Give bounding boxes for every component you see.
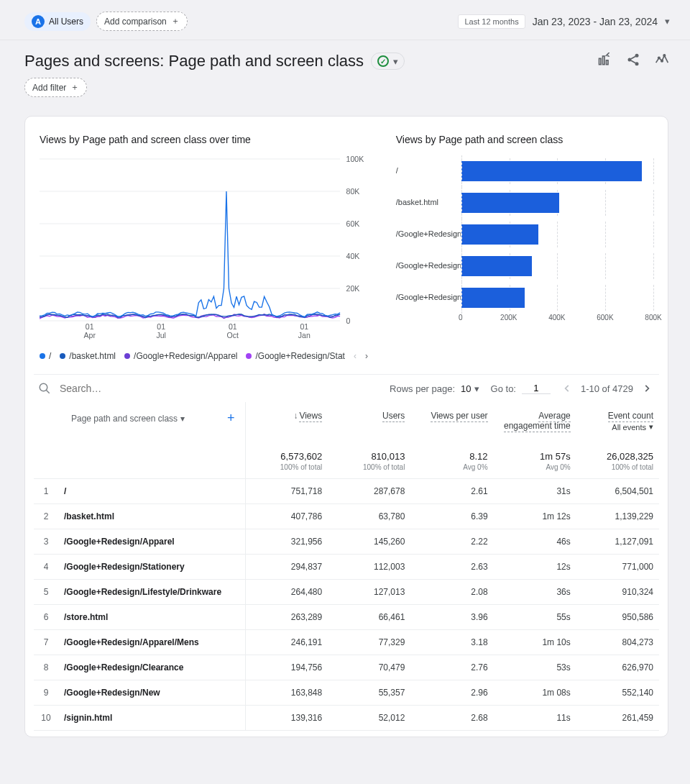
rows-per-page-select[interactable]: 10 ▾ xyxy=(461,383,479,394)
svg-point-6 xyxy=(658,57,661,59)
svg-text:Jul: Jul xyxy=(156,332,166,339)
svg-text:Apr: Apr xyxy=(83,332,96,339)
table-row[interactable]: 7 /Google+Redesign/Apparel/Mens 246,191 … xyxy=(34,629,659,655)
audience-pill[interactable]: A All Users xyxy=(24,12,91,31)
legend-next-icon[interactable]: › xyxy=(365,351,368,361)
table-row[interactable]: 10 /signin.html 139,316 52,012 2.68 11s … xyxy=(34,705,659,730)
row-views-per-user: 3.18 xyxy=(410,629,493,655)
bar-row[interactable]: /Google+Redesign/Apparel xyxy=(396,219,653,250)
row-index: 2 xyxy=(34,503,58,529)
row-path: /Google+Redesign/New xyxy=(58,680,245,705)
total-users: 810,013 xyxy=(328,435,410,463)
customize-report-icon[interactable] xyxy=(597,52,612,68)
bar-axis-tick: 400K xyxy=(548,314,565,322)
search-input[interactable] xyxy=(60,383,203,394)
row-path: / xyxy=(58,478,245,503)
row-event-count: 771,000 xyxy=(576,554,659,579)
search-icon[interactable] xyxy=(38,382,51,395)
row-event-count: 6,504,501 xyxy=(576,478,659,503)
legend-prev-icon[interactable]: ‹ xyxy=(354,351,356,361)
row-path: /Google+Redesign/Apparel/Mens xyxy=(58,629,245,655)
row-avg-engagement: 46s xyxy=(494,529,576,554)
legend-item[interactable]: /basket.html xyxy=(60,351,116,361)
dimension-picker[interactable]: Page path and screen class ▾ xyxy=(71,414,185,424)
bar-row[interactable]: /basket.html xyxy=(396,187,653,219)
table-row[interactable]: 1 / 751,718 287,678 2.61 31s 6,504,501 xyxy=(34,478,659,503)
total-views: 6,573,602 xyxy=(245,435,328,463)
total-ec: 26,028,325 xyxy=(576,435,659,463)
svg-text:Oct: Oct xyxy=(227,332,239,339)
data-table: Page path and screen class ▾ + ↓Views Us… xyxy=(34,402,659,731)
row-users: 70,479 xyxy=(328,655,410,680)
row-index: 4 xyxy=(34,554,58,579)
report-status-pill[interactable]: ✓ ▾ xyxy=(371,53,405,70)
share-icon[interactable] xyxy=(625,52,641,68)
bar-row[interactable]: /Google+Redesign/Lifestyle/… xyxy=(396,282,653,314)
bar-axis-tick: 200K xyxy=(500,314,517,322)
table-row[interactable]: 9 /Google+Redesign/New 163,848 55,357 2.… xyxy=(34,680,659,705)
total-vpu: 8.12 xyxy=(410,435,493,463)
row-event-count: 1,127,091 xyxy=(576,529,659,554)
legend-item[interactable]: /Google+Redesign/Stat xyxy=(246,351,344,361)
row-views: 163,848 xyxy=(245,680,328,705)
table-row[interactable]: 8 /Google+Redesign/Clearance 194,756 70,… xyxy=(34,655,659,680)
row-views: 294,837 xyxy=(245,554,328,579)
insights-icon[interactable] xyxy=(654,52,670,68)
plus-icon: ＋ xyxy=(171,15,180,27)
table-row[interactable]: 5 /Google+Redesign/Lifestyle/Drinkware 2… xyxy=(34,579,659,604)
rows-per-page-label: Rows per page: xyxy=(390,383,455,394)
total-views-sub: 100% of total xyxy=(245,463,328,479)
row-avg-engagement: 31s xyxy=(494,478,576,503)
add-filter-button[interactable]: Add filter ＋ xyxy=(24,78,87,97)
row-views-per-user: 2.68 xyxy=(410,705,493,730)
bar-category-label: /Google+Redesign/Lifestyle/… xyxy=(396,293,461,302)
event-count-selector[interactable]: All events ▾ xyxy=(612,422,653,432)
row-path: /Google+Redesign/Apparel xyxy=(58,529,245,554)
bar-category-label: /Google+Redesign/Apparel xyxy=(396,229,461,239)
prev-page-button[interactable] xyxy=(562,383,572,393)
bar-row[interactable]: /Google+Redesign/Stationery xyxy=(396,250,653,282)
svg-text:Jan: Jan xyxy=(298,332,310,339)
table-row[interactable]: 2 /basket.html 407,786 63,780 6.39 1m 12… xyxy=(34,503,659,529)
table-row[interactable]: 3 /Google+Redesign/Apparel 321,956 145,2… xyxy=(34,529,659,554)
bar-chart-title: Views by Page path and screen class xyxy=(396,134,653,145)
bar-fill xyxy=(461,288,525,308)
col-header-users[interactable]: Users xyxy=(328,402,410,435)
table-controls: Rows per page: 10 ▾ Go to: 1-10 of 4729 xyxy=(34,374,659,402)
row-index: 1 xyxy=(34,478,58,503)
date-range[interactable]: Jan 23, 2023 - Jan 23, 2024 xyxy=(533,16,658,27)
plus-icon: ＋ xyxy=(70,81,79,94)
chevron-down-icon[interactable]: ▾ xyxy=(665,16,670,27)
table-row[interactable]: 6 /store.html 263,289 66,461 3.96 55s 95… xyxy=(34,604,659,629)
next-page-button[interactable] xyxy=(642,383,652,393)
bar-category-label: /Google+Redesign/Stationery xyxy=(396,261,461,270)
period-preset[interactable]: Last 12 months xyxy=(458,14,525,29)
legend-item[interactable]: /Google+Redesign/Apparel xyxy=(124,351,237,361)
col-header-event-count[interactable]: Event count All events ▾ xyxy=(576,402,659,435)
col-header-avg-engagement[interactable]: Average engagement time xyxy=(494,402,576,435)
row-views: 264,480 xyxy=(245,579,328,604)
add-comparison-button[interactable]: Add comparison ＋ xyxy=(96,12,188,31)
row-avg-engagement: 1m 10s xyxy=(494,629,576,655)
svg-text:0: 0 xyxy=(346,317,351,325)
table-row[interactable]: 4 /Google+Redesign/Stationery 294,837 11… xyxy=(34,554,659,579)
goto-input[interactable] xyxy=(522,383,551,394)
add-dimension-button[interactable]: + xyxy=(227,411,235,426)
row-views: 407,786 xyxy=(245,503,328,529)
chevron-down-icon: ▾ xyxy=(393,56,398,67)
svg-rect-0 xyxy=(599,58,602,64)
bar-row[interactable]: / xyxy=(396,155,653,187)
bar-chart[interactable]: / /basket.html /Google+Redesign/Apparel … xyxy=(396,155,653,342)
row-avg-engagement: 1m 08s xyxy=(494,680,576,705)
legend-item[interactable]: / xyxy=(40,351,51,361)
add-comparison-label: Add comparison xyxy=(104,17,167,27)
col-header-views-per-user[interactable]: Views per user xyxy=(410,402,493,435)
line-chart[interactable]: 020K40K60K80K100K01Apr01Jul01Oct01Jan xyxy=(40,155,374,342)
col-header-views[interactable]: ↓Views xyxy=(245,402,328,435)
row-path: /basket.html xyxy=(58,503,245,529)
line-chart-legend: //basket.html/Google+Redesign/Apparel/Go… xyxy=(40,351,374,361)
row-event-count: 910,324 xyxy=(576,579,659,604)
dimension-header-label: Page path and screen class xyxy=(71,414,178,424)
row-index: 6 xyxy=(34,604,58,629)
chevron-down-icon: ▾ xyxy=(180,414,185,424)
